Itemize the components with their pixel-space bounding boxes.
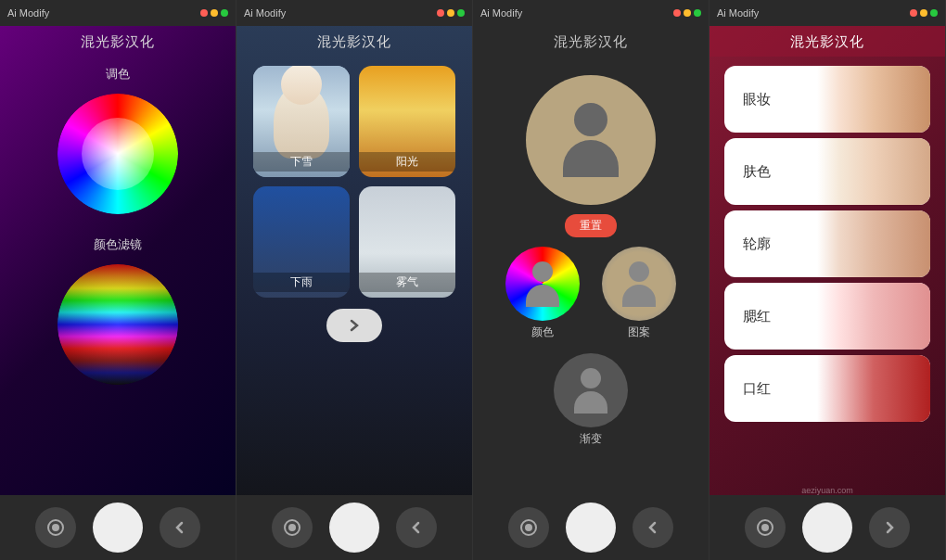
titlebar-dots-3 — [673, 9, 701, 17]
makeup-item-blush[interactable]: 腮红 — [724, 283, 930, 350]
makeup-label-skin: 肤色 — [724, 163, 930, 181]
person-icon-pattern — [622, 261, 656, 307]
bottom-btn-shutter-1[interactable] — [93, 503, 143, 553]
filter-label-snow: 下雪 — [253, 152, 350, 172]
mode-label-gradient: 渐变 — [580, 431, 602, 447]
bottom-btn-shutter-4[interactable] — [802, 503, 852, 553]
svg-point-1 — [52, 524, 59, 531]
bottom-btn-next-4[interactable] — [869, 507, 910, 548]
app-header-label-1: 混光影汉化 — [81, 33, 155, 51]
person-body — [563, 140, 619, 177]
makeup-item-skin[interactable]: 肤色 — [724, 138, 930, 205]
reset-btn[interactable]: 重置 — [565, 214, 617, 237]
dot-yellow-1 — [211, 9, 218, 17]
dot-yellow-3 — [684, 9, 691, 17]
person-icon-main — [563, 103, 619, 177]
mode-label-pattern: 图案 — [628, 325, 650, 340]
mode-item-gradient: 渐变 — [554, 353, 628, 447]
titlebar-1: Ai Modify — [0, 0, 236, 26]
bottom-btn-shutter-3[interactable] — [566, 503, 616, 553]
svg-point-5 — [525, 524, 532, 531]
titlebar-3: Ai Modify — [473, 0, 709, 26]
bottom-bar-2 — [236, 495, 472, 560]
dot-green-1 — [221, 9, 228, 17]
bottom-btn-back-1[interactable] — [160, 507, 200, 548]
bottom-bar-4 — [710, 495, 945, 560]
makeup-item-lipstick[interactable]: 口红 — [724, 355, 930, 422]
dot-red-4 — [910, 9, 917, 17]
person-head — [574, 103, 607, 136]
dot-green-2 — [457, 9, 465, 17]
filter-label-rain: 下雨 — [253, 273, 350, 292]
dot-red-3 — [673, 9, 681, 17]
panel3-content: 重置 颜色 — [473, 57, 709, 495]
dot-yellow-4 — [920, 9, 927, 17]
bottom-btn-record-2[interactable] — [272, 507, 313, 548]
person-head-sm-pattern — [629, 261, 649, 282]
bottom-btn-shutter-2[interactable] — [329, 503, 379, 553]
mode-label-color: 颜色 — [531, 325, 554, 340]
titlebar-4: Ai Modify — [710, 0, 945, 26]
filter-card-sun[interactable]: 阳光 — [359, 66, 455, 177]
app-header-4: 混光影汉化 — [710, 26, 945, 57]
filter-card-snow[interactable]: 下雪 — [253, 66, 350, 177]
mode-btn-gradient[interactable] — [554, 353, 628, 427]
person-body-sm-pattern — [622, 285, 656, 307]
person-body-sm-gradient — [574, 391, 607, 414]
dot-yellow-2 — [447, 9, 454, 17]
panel-makeup: Ai Modify 混光影汉化 眼妆 肤色 — [710, 0, 946, 560]
svg-point-3 — [288, 524, 296, 531]
makeup-list: 眼妆 肤色 轮廓 腮红 — [717, 62, 938, 426]
app-header-label-3: 混光影汉化 — [554, 33, 628, 51]
mode-grid: 颜色 图案 渐变 — [482, 247, 699, 447]
person-head-sm-color — [532, 261, 553, 282]
titlebar-title-2: Ai Modify — [244, 7, 286, 19]
color-strip-overlay — [58, 264, 178, 385]
panel4-list-area: 眼妆 肤色 轮廓 腮红 — [710, 57, 945, 495]
filter-card-fog[interactable]: 雾气 — [359, 186, 455, 298]
color-filter-strip[interactable] — [58, 264, 178, 385]
mode-item-color: 颜色 — [501, 247, 584, 340]
dot-red-1 — [200, 9, 208, 17]
titlebar-title-3: Ai Modify — [480, 7, 522, 19]
bottom-bar-1 — [0, 495, 236, 560]
mode-btn-pattern[interactable] — [602, 247, 676, 321]
section-label-filter: 颜色滤镜 — [94, 236, 142, 253]
titlebar-dots-2 — [437, 9, 465, 17]
makeup-item-eye[interactable]: 眼妆 — [724, 66, 930, 133]
dot-green-3 — [694, 9, 701, 17]
dot-red-2 — [437, 9, 444, 17]
titlebar-dots-1 — [200, 9, 228, 17]
titlebar-dots-4 — [910, 9, 938, 17]
color-wheel-container: 调色 颜色滤镜 — [9, 66, 226, 385]
person-head-sm-gradient — [581, 368, 601, 388]
bottom-btn-back-2[interactable] — [396, 507, 437, 548]
bottom-btn-record-4[interactable] — [745, 507, 786, 548]
avatar-circle — [526, 75, 656, 205]
panel-color-wheel: Ai Modify 混光影汉化 调色 颜色滤镜 — [0, 0, 236, 560]
panel-scene-filters: Ai Modify 混光影汉化 下雪 — [236, 0, 473, 560]
watermark: aeziyuan.com — [710, 486, 945, 495]
filter-label-sun: 阳光 — [359, 152, 455, 172]
app-header-1: 混光影汉化 — [0, 26, 236, 57]
next-btn[interactable] — [326, 309, 382, 342]
makeup-label-blush: 腮红 — [724, 308, 930, 325]
mode-btn-color[interactable] — [505, 247, 580, 321]
person-body-sm-color — [526, 285, 559, 307]
bottom-bar-3 — [473, 495, 709, 560]
filter-card-rain[interactable]: 下雨 — [253, 186, 350, 298]
color-wheel[interactable] — [58, 94, 178, 214]
app-header-2: 混光影汉化 — [236, 26, 472, 57]
conic-wheel-inner — [58, 94, 178, 214]
titlebar-title-1: Ai Modify — [7, 7, 49, 19]
app-header-label-2: 混光影汉化 — [317, 33, 391, 51]
bottom-btn-record-3[interactable] — [508, 507, 549, 548]
bottom-btn-back-3[interactable] — [633, 507, 673, 548]
makeup-item-contour[interactable]: 轮廓 — [724, 210, 930, 277]
bottom-btn-record-1[interactable] — [35, 507, 76, 548]
makeup-label-contour: 轮廓 — [724, 235, 930, 253]
app-header-label-4: 混光影汉化 — [790, 33, 864, 51]
mode-item-pattern: 图案 — [597, 247, 681, 340]
filter-grid: 下雪 阳光 下雨 雾气 — [246, 66, 463, 298]
makeup-label-lipstick: 口红 — [724, 380, 930, 398]
